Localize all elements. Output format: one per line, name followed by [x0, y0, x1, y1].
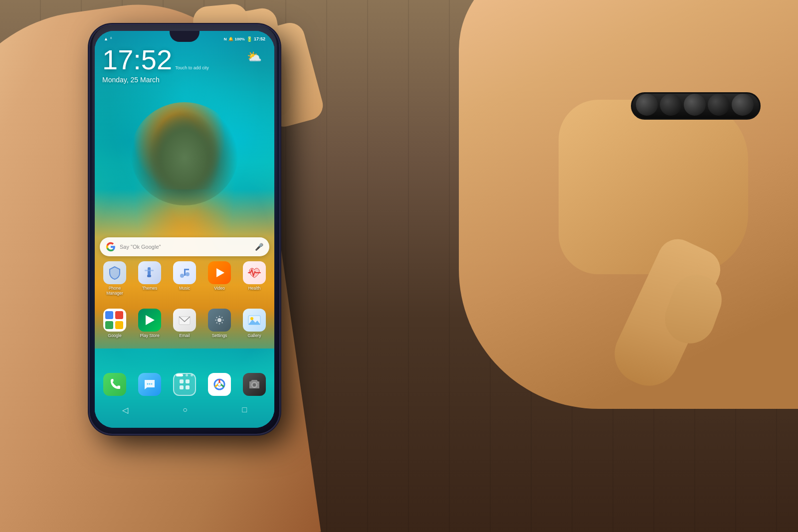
svg-rect-1 [147, 275, 151, 277]
status-left: ▲ ᵟ [104, 36, 112, 41]
svg-point-12 [250, 317, 253, 320]
email-label: Email [179, 333, 190, 338]
gallery-icon [243, 309, 266, 332]
dock-camera[interactable] [240, 373, 269, 396]
app-music[interactable]: Music [170, 261, 199, 296]
app-video[interactable]: Video [205, 261, 234, 296]
app-themes[interactable]: Themes [135, 261, 164, 296]
wallpaper [95, 31, 274, 428]
app-phone-manager[interactable]: Phone Manager [100, 261, 129, 296]
app-playstore[interactable]: Play Store [135, 309, 164, 338]
nav-home-button[interactable]: ○ [183, 405, 188, 414]
gallery-label: Gallery [248, 333, 261, 338]
dock-camera-icon [243, 373, 266, 396]
svg-point-14 [147, 383, 149, 385]
svg-point-25 [253, 383, 256, 386]
google-label: Google [108, 333, 121, 338]
music-icon [173, 261, 196, 284]
svg-rect-2 [145, 270, 154, 271]
app-email[interactable]: Email [170, 309, 199, 338]
svg-point-26 [257, 382, 258, 383]
play-triangle-icon [212, 266, 226, 280]
mic-icon[interactable]: 🎤 [255, 243, 263, 251]
google-logo [106, 242, 116, 252]
weather-icon: ⛅ [247, 50, 262, 64]
heart-ecg-icon [247, 266, 261, 280]
svg-rect-20 [186, 385, 190, 389]
phone-manager-label: Phone Manager [100, 286, 129, 296]
play-store-triangle-icon [143, 313, 157, 327]
signal-icon: ᵟ [110, 36, 112, 41]
settings-icon [208, 309, 231, 332]
right-fist [559, 100, 748, 274]
themes-icon [138, 261, 161, 284]
svg-point-15 [149, 383, 151, 385]
themes-label: Themes [142, 286, 158, 291]
nfc-icon: N [224, 37, 227, 41]
health-label: Health [248, 286, 261, 291]
alarm-icon: 🔔 [228, 37, 233, 41]
svg-point-10 [217, 318, 221, 322]
chat-bubble-icon [143, 378, 156, 391]
dock-apps[interactable] [170, 373, 199, 396]
svg-marker-8 [146, 315, 155, 325]
gear-icon [212, 313, 226, 327]
battery-icon: 🔋 [246, 36, 252, 42]
dock-apps-icon [173, 373, 196, 396]
phone-device: ▲ ᵟ N 🔔 100% 🔋 17:52 17:52 Touch to add … [90, 25, 279, 434]
phone-body: ▲ ᵟ N 🔔 100% 🔋 17:52 17:52 Touch to add … [90, 25, 279, 434]
phone-manager-icon [103, 261, 126, 284]
shield-icon [108, 266, 122, 280]
svg-point-16 [151, 383, 153, 385]
grid-icon [179, 378, 191, 390]
app-settings[interactable]: Settings [205, 309, 234, 338]
app-row-2: Google Play Store [97, 309, 272, 338]
email-icon [173, 309, 196, 332]
app-gallery[interactable]: Gallery [240, 309, 269, 338]
svg-rect-6 [184, 269, 189, 270]
svg-point-3 [180, 274, 184, 278]
dock-messages-icon [138, 373, 161, 396]
clock-row: 17:52 Touch to add city ⛅ [102, 46, 267, 74]
clock-status: 17:52 [254, 36, 265, 41]
navigation-bar: ◁ ○ □ [95, 400, 274, 420]
dock-phone-icon [103, 373, 126, 396]
app-health[interactable]: Health [240, 261, 269, 296]
nav-back-button[interactable]: ◁ [122, 405, 128, 415]
google-apps-icon [103, 309, 126, 332]
settings-label: Settings [212, 333, 227, 338]
themes-paintbrush-icon [143, 266, 157, 280]
dock-chrome-icon [208, 373, 231, 396]
svg-point-4 [186, 272, 190, 276]
wifi-icon: ▲ [104, 36, 108, 41]
nav-recent-button[interactable]: □ [242, 405, 247, 414]
svg-rect-18 [186, 379, 190, 383]
svg-marker-7 [216, 268, 224, 277]
dock-phone[interactable] [100, 373, 129, 396]
svg-rect-19 [180, 385, 184, 389]
chrome-icon [213, 378, 226, 391]
phone-notch [170, 31, 200, 42]
health-icon [243, 261, 266, 284]
search-placeholder: Say "Ok Google" [120, 244, 251, 250]
clock-city-hint: Touch to add city [175, 65, 209, 70]
app-google[interactable]: Google [100, 309, 129, 338]
phone-call-icon [108, 378, 121, 391]
app-dock [97, 373, 272, 396]
phone-screen: ▲ ᵟ N 🔔 100% 🔋 17:52 17:52 Touch to add … [95, 31, 274, 428]
music-label: Music [179, 286, 190, 291]
clock-date: Monday, 25 March [102, 76, 267, 84]
video-label: Video [214, 286, 225, 291]
dock-chrome[interactable] [205, 373, 234, 396]
playstore-icon [138, 309, 161, 332]
status-right: N 🔔 100% 🔋 17:52 [224, 36, 265, 42]
island-trees [149, 110, 220, 189]
dock-messages[interactable] [135, 373, 164, 396]
app-row-1: Phone Manager Themes [97, 261, 272, 296]
camera-lens-icon [248, 378, 261, 391]
clock-time: 17:52 [102, 46, 172, 74]
bracelet [631, 92, 761, 120]
google-search-bar[interactable]: Say "Ok Google" 🎤 [100, 237, 269, 256]
clock-widget: 17:52 Touch to add city ⛅ Monday, 25 Mar… [102, 46, 267, 84]
video-icon [208, 261, 231, 284]
